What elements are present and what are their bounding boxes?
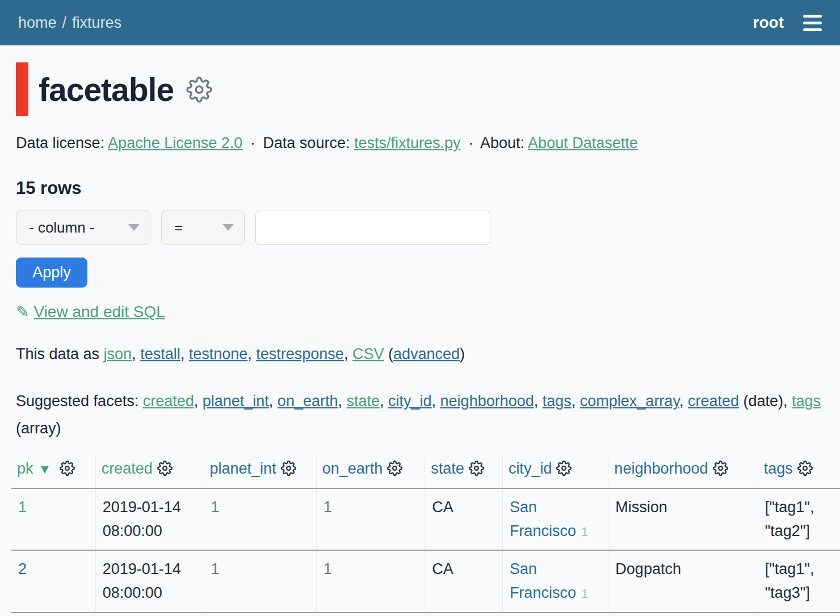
export-link-testresponse[interactable]: testresponse [256, 345, 344, 362]
export-prefix: This data as [16, 345, 104, 362]
export-link-testall[interactable]: testall [140, 345, 180, 362]
cell-pk: 1 [11, 488, 95, 551]
source-link[interactable]: tests/fixtures.py [354, 134, 461, 151]
column-gear-icon[interactable] [157, 461, 173, 480]
separator: (array) [16, 420, 61, 437]
column-sort-link-on-earth[interactable]: on_earth [322, 460, 383, 477]
column-gear-icon[interactable] [556, 461, 572, 480]
column-gear-icon[interactable] [281, 461, 296, 480]
export-link-testnone[interactable]: testnone [189, 345, 248, 362]
page-title: facetable [39, 71, 174, 108]
separator: , [247, 345, 256, 362]
cell-state: CA [425, 550, 503, 613]
separator: , [132, 345, 140, 362]
cell-planet-int: 1 [204, 488, 316, 551]
table-actions-gear-icon[interactable] [186, 77, 212, 103]
facet-link-state[interactable]: state [346, 393, 380, 410]
column-header-pk: pk▼ [11, 455, 95, 488]
pencil-icon: ✎ [16, 303, 29, 320]
export-link-advanced[interactable]: advanced [393, 345, 460, 362]
cell-state: CA [425, 488, 503, 551]
breadcrumb-database-link[interactable]: fixtures [72, 14, 121, 31]
cell-neighborhood: Dogpatch [608, 550, 758, 613]
facet-link-city-id[interactable]: city_id [388, 393, 432, 410]
filter-column-select[interactable]: - column - [16, 210, 150, 245]
title-row: facetable [16, 62, 824, 116]
facet-link-planet-int[interactable]: planet_int [203, 393, 269, 410]
column-header-planet-int: planet_int [204, 455, 316, 488]
row-pk-link[interactable]: 1 [18, 499, 27, 516]
export-link-json[interactable]: json [104, 345, 132, 362]
cell-pk: 2 [11, 550, 95, 613]
city-link[interactable]: San Francisco [510, 560, 576, 601]
menu-bar [803, 15, 822, 18]
column-header-tags: tags [758, 455, 840, 488]
filter-operator-select[interactable]: = [161, 210, 245, 245]
hamburger-menu-icon[interactable] [803, 15, 822, 31]
facet-link-created-date[interactable]: created [688, 393, 739, 410]
export-line: This data as json, testall, testnone, te… [16, 343, 824, 366]
cell-value: 1 [324, 499, 332, 516]
export-link-csv[interactable]: CSV [352, 345, 384, 362]
facet-link-complex-array[interactable]: complex_array [580, 393, 679, 410]
row-count-heading: 15 rows [16, 178, 824, 199]
column-header-city-id: city_id [502, 455, 608, 488]
breadcrumb-separator: / [62, 14, 67, 31]
cell-city-id: San Francisco1 [502, 550, 608, 613]
column-sort-link-planet-int[interactable]: planet_int [210, 460, 276, 477]
table-row: 1 2019-01-14 08:00:00 1 1 CA San Francis… [11, 488, 840, 551]
column-sort-link-pk[interactable]: pk [17, 460, 33, 477]
facet-link-tags[interactable]: tags [543, 393, 572, 410]
logged-in-user[interactable]: root [753, 14, 784, 32]
about-label: About: [480, 134, 524, 151]
filter-column-value: - column - [29, 219, 95, 237]
top-navigation-bar: home/fixtures root [0, 0, 840, 45]
table-row: 2 2019-01-14 08:00:00 1 1 CA San Francis… [11, 550, 840, 613]
facet-link-neighborhood[interactable]: neighborhood [440, 393, 534, 410]
facet-link-tags-array[interactable]: tags [792, 393, 821, 410]
column-sort-link-created[interactable]: created [102, 460, 153, 477]
facet-link-on-earth[interactable]: on_earth [278, 393, 338, 410]
apply-button[interactable]: Apply [16, 258, 87, 288]
topbar-right: root [753, 14, 822, 32]
column-sort-link-tags[interactable]: tags [764, 460, 793, 477]
column-gear-icon[interactable] [713, 461, 728, 480]
column-gear-icon[interactable] [469, 461, 484, 480]
row-pk-link[interactable]: 2 [18, 560, 27, 577]
column-header-created: created [95, 455, 204, 488]
separator: ( [384, 345, 393, 362]
separator: , [534, 393, 543, 410]
cell-tags: ["tag1", "tag3"] [758, 550, 840, 613]
cell-value: 1 [211, 499, 220, 516]
cell-city-id: San Francisco1 [502, 488, 608, 551]
city-link[interactable]: San Francisco [510, 499, 576, 539]
about-link[interactable]: About Datasette [528, 134, 638, 151]
column-sort-link-state[interactable]: state [431, 460, 464, 477]
separator: , [338, 393, 346, 410]
filter-value-input[interactable] [255, 210, 490, 245]
column-sort-link-city-id[interactable]: city_id [509, 460, 552, 477]
separator: ) [460, 345, 465, 362]
breadcrumb: home/fixtures [18, 14, 121, 32]
column-gear-icon[interactable] [797, 461, 813, 480]
separator: , [344, 345, 352, 362]
metadata-line: Data license: Apache License 2.0 · Data … [16, 132, 824, 154]
dot-separator: · [468, 134, 473, 151]
menu-bar [803, 22, 822, 24]
separator: , [194, 393, 203, 410]
column-header-state: state [425, 455, 503, 488]
column-sort-link-neighborhood[interactable]: neighborhood [614, 460, 708, 477]
separator: , [269, 393, 278, 410]
column-gear-icon[interactable] [387, 461, 402, 480]
license-link[interactable]: Apache License 2.0 [108, 134, 242, 151]
menu-bar [803, 28, 822, 31]
table-header-row: pk▼ created planet_int on_earth state ci… [11, 455, 840, 488]
view-edit-sql-link[interactable]: View and edit SQL [33, 303, 165, 320]
facet-link-created[interactable]: created [143, 393, 194, 410]
column-header-on-earth: on_earth [316, 455, 425, 488]
breadcrumb-home-link[interactable]: home [18, 14, 57, 31]
license-label: Data license: [16, 134, 104, 151]
filter-row: - column - = [16, 210, 824, 245]
column-gear-icon[interactable] [60, 461, 75, 480]
cell-created: 2019-01-14 08:00:00 [95, 550, 204, 613]
